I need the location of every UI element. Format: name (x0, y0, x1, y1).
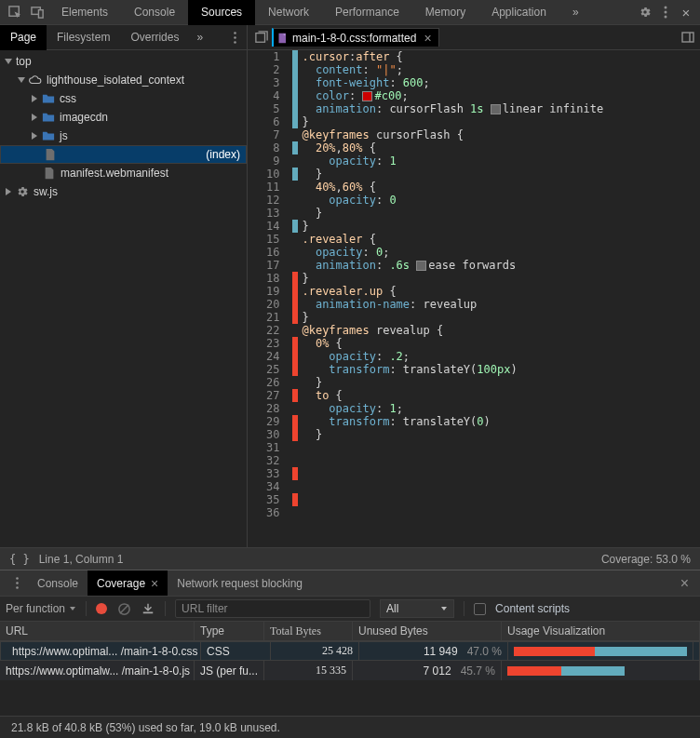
file-icon (43, 167, 56, 180)
chevron-down-icon (17, 75, 26, 85)
more-icon[interactable]: » (189, 31, 210, 44)
history-icon[interactable] (251, 31, 272, 44)
close-icon[interactable]: × (676, 0, 696, 25)
editor-status-bar: { } Line 1, Column 1 Coverage: 53.0 % (0, 547, 700, 570)
col-unused[interactable]: Unused Bytes (353, 622, 502, 640)
svg-point-3 (665, 7, 667, 9)
coverage-summary: Coverage: 53.0 % (601, 553, 691, 566)
gear-icon[interactable] (635, 0, 655, 25)
coverage-grid: URL Type Total Bytes Unused Bytes Usage … (0, 622, 700, 716)
drawer-tab-coverage[interactable]: Coverage× (88, 570, 168, 596)
dock-icon[interactable] (676, 32, 700, 43)
svg-point-7 (234, 36, 236, 39)
panel-tab-elements[interactable]: Elements (48, 0, 121, 25)
clear-icon[interactable] (116, 601, 131, 616)
panel-tab-performance[interactable]: Performance (322, 0, 412, 25)
inspect-icon[interactable] (4, 0, 26, 25)
tree-folder-imagecdn[interactable]: imagecdn (0, 108, 247, 127)
tree-folder-css[interactable]: css (0, 89, 247, 108)
panel-tab-application[interactable]: Application (478, 0, 559, 25)
url-filter-input[interactable]: URL filter (175, 599, 370, 618)
coverage-row[interactable]: https://www.optimalw... /main-1-8-0.jsJS… (0, 661, 700, 680)
file-icon (44, 148, 57, 161)
panel-tab-sources[interactable]: Sources (188, 0, 255, 25)
panel-tab-network[interactable]: Network (255, 0, 322, 25)
chevron-right-icon (4, 187, 13, 196)
sub-tab-filesystem[interactable]: Filesystem (47, 25, 120, 50)
svg-rect-9 (256, 34, 265, 43)
coverage-toolbar: Per function URL filter All Content scri… (0, 596, 700, 622)
svg-line-17 (119, 604, 128, 612)
export-icon[interactable] (141, 601, 155, 616)
more-tabs-icon[interactable]: » (559, 0, 592, 25)
svg-rect-2 (38, 9, 43, 17)
file-tab-label: main-1-8-0.css:formatted (292, 32, 416, 45)
svg-point-5 (665, 16, 667, 19)
sources-subtoolbar: PageFilesystemOverrides » main-1-8-0.css… (0, 25, 700, 50)
panel-tabs: ElementsConsoleSourcesNetworkPerformance… (48, 0, 635, 25)
sub-tab-overrides[interactable]: Overrides (120, 25, 189, 50)
record-icon[interactable] (96, 603, 107, 614)
type-filter-dropdown[interactable]: All (380, 599, 454, 618)
kebab-icon[interactable] (222, 32, 247, 44)
code-editor[interactable]: 1234567891011121314151617181920212223242… (248, 50, 700, 547)
device-icon[interactable] (26, 0, 48, 25)
svg-point-14 (16, 582, 19, 584)
drawer: ConsoleCoverage×Network request blocking… (0, 570, 700, 738)
folder-icon (42, 129, 55, 142)
chevron-right-icon (30, 94, 39, 103)
folder-icon (42, 92, 55, 105)
css-file-icon (277, 33, 289, 44)
gear-icon (16, 185, 29, 198)
tree-file-sw[interactable]: sw.js (0, 182, 247, 201)
svg-point-4 (665, 11, 667, 14)
chevron-right-icon (30, 113, 39, 122)
kebab-icon[interactable] (6, 577, 28, 589)
col-type[interactable]: Type (195, 622, 264, 640)
content-scripts-label: Content scripts (495, 602, 570, 615)
file-tree: top lighthouse_isolated_context cssimage… (0, 50, 248, 547)
chevron-right-icon (30, 131, 39, 141)
tree-file-manifest[interactable]: manifest.webmanifest (0, 164, 247, 182)
svg-rect-18 (143, 612, 154, 614)
drawer-tab-console[interactable]: Console (28, 570, 88, 596)
svg-rect-11 (682, 33, 693, 42)
close-tab-icon[interactable]: × (424, 31, 431, 46)
close-drawer-icon[interactable]: × (675, 575, 694, 592)
sub-tab-page[interactable]: Page (0, 25, 47, 50)
pretty-print-icon[interactable]: { } (9, 553, 30, 566)
file-tab[interactable]: main-1-8-0.css:formatted × (272, 28, 439, 47)
svg-point-8 (234, 41, 236, 44)
content-scripts-checkbox[interactable] (474, 603, 486, 615)
folder-icon (42, 111, 55, 124)
col-total[interactable]: Total Bytes (264, 622, 353, 640)
panel-tab-memory[interactable]: Memory (412, 0, 478, 25)
drawer-tab-network-request-blocking[interactable]: Network request blocking (168, 570, 312, 596)
drawer-tabs: ConsoleCoverage×Network request blocking… (0, 570, 700, 596)
devtools-toolbar: ElementsConsoleSourcesNetworkPerformance… (0, 0, 700, 25)
col-url[interactable]: URL (0, 622, 195, 640)
tree-folder-js[interactable]: js (0, 127, 247, 145)
chevron-down-icon (4, 57, 13, 66)
svg-point-15 (16, 586, 19, 589)
coverage-type-dropdown[interactable]: Per function (6, 602, 76, 615)
col-viz[interactable]: Usage Visualization (502, 622, 700, 640)
tree-file-index[interactable]: (index) (0, 145, 247, 164)
tree-context[interactable]: lighthouse_isolated_context (0, 71, 247, 89)
svg-point-6 (234, 32, 236, 34)
panel-tab-console[interactable]: Console (121, 0, 188, 25)
kebab-icon[interactable] (655, 0, 676, 25)
svg-point-13 (16, 577, 19, 580)
coverage-footer: 21.8 kB of 40.8 kB (53%) used so far, 19… (0, 716, 700, 738)
tree-top[interactable]: top (0, 52, 247, 71)
cursor-position: Line 1, Column 1 (39, 553, 124, 566)
cloud-icon (29, 74, 42, 87)
coverage-row[interactable]: https://www.optimal... /main-1-8-0.cssCS… (0, 641, 700, 661)
